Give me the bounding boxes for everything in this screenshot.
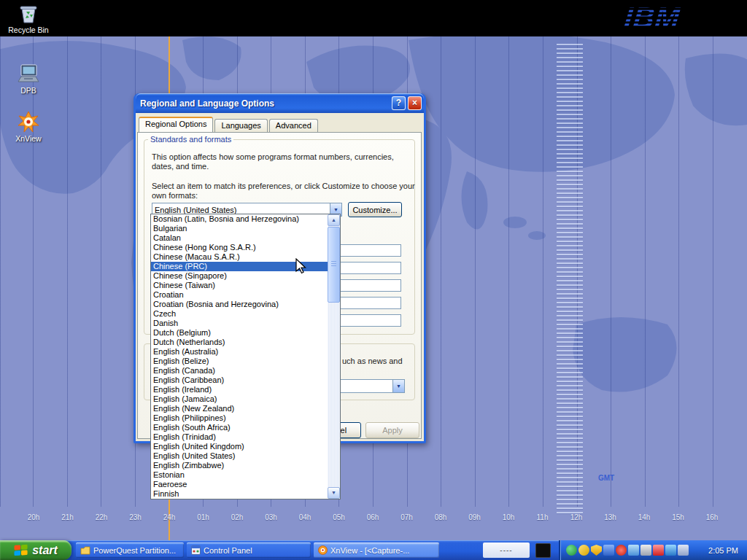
dialog-titlebar[interactable]: Regional and Language Options ? × bbox=[136, 93, 424, 113]
desktop-icon-label: DPB bbox=[20, 86, 36, 95]
format-instruction-text: Select an item to match its preferences,… bbox=[152, 182, 418, 201]
format-description-text: This option affects how some programs fo… bbox=[152, 152, 407, 171]
tray-icon[interactable] bbox=[665, 545, 676, 556]
hour-label: 09h bbox=[465, 513, 484, 521]
dropdown-item[interactable]: Bulgarian bbox=[151, 224, 328, 233]
tray-icon[interactable] bbox=[578, 545, 589, 556]
laptop-icon bbox=[17, 63, 40, 85]
hour-label: 15h bbox=[669, 513, 688, 521]
tray-icon[interactable] bbox=[603, 545, 614, 556]
hour-label: 05h bbox=[330, 513, 349, 521]
hour-label: 03h bbox=[262, 513, 281, 521]
tray-icon[interactable] bbox=[591, 545, 602, 556]
tray-icon[interactable] bbox=[628, 545, 639, 556]
tab-languages[interactable]: Languages bbox=[214, 119, 267, 132]
close-button[interactable]: × bbox=[408, 96, 422, 110]
gmt-label: GMT bbox=[598, 474, 614, 482]
dropdown-item[interactable]: Estonian bbox=[151, 470, 328, 480]
task-label: PowerQuest Partition... bbox=[93, 546, 176, 555]
dropdown-item[interactable]: English (Jamaica) bbox=[151, 394, 328, 404]
hour-label: 10h bbox=[499, 513, 518, 521]
dropdown-scrollbar[interactable]: ▲ ▼ bbox=[328, 214, 340, 499]
hour-label: 23h bbox=[126, 513, 145, 521]
dropdown-item[interactable]: English (Canada) bbox=[151, 366, 328, 376]
hour-label: 16h bbox=[703, 513, 721, 521]
taskbar-task-xnview[interactable]: XnView - [<Capture-... bbox=[314, 542, 439, 558]
tray-icon[interactable] bbox=[678, 545, 689, 556]
start-button[interactable]: start bbox=[0, 540, 71, 560]
hour-label: 21h bbox=[58, 513, 77, 521]
hour-labels-row: 20h21h22h23h24h01h02h03h04h05h06h07h08h0… bbox=[24, 513, 721, 521]
dropdown-item[interactable]: Dutch (Belgium) bbox=[151, 328, 328, 338]
scroll-down-icon[interactable]: ▼ bbox=[328, 487, 340, 499]
dropdown-item[interactable]: Faeroese bbox=[151, 480, 328, 489]
dropdown-item[interactable]: English (Trinidad) bbox=[151, 432, 328, 442]
start-label: start bbox=[32, 544, 58, 557]
desktop-icon-label: Recycle Bin bbox=[8, 26, 48, 34]
desktop-icon-recycle-bin[interactable]: Recycle Bin bbox=[7, 2, 50, 34]
group-title: Standards and formats bbox=[148, 135, 233, 144]
dropdown-item[interactable]: English (United States) bbox=[151, 451, 328, 461]
desktop-icon-xnview[interactable]: XnView bbox=[7, 111, 50, 143]
hour-label: 07h bbox=[398, 513, 417, 521]
tray-icon[interactable] bbox=[653, 545, 664, 556]
dropdown-item[interactable]: English (Ireland) bbox=[151, 385, 328, 394]
dropdown-items: Bosnian (Latin, Bosnia and Herzegovina)B… bbox=[151, 214, 328, 499]
dropdown-item[interactable]: Chinese (Taiwan) bbox=[151, 281, 328, 290]
dropdown-item[interactable]: English (South Africa) bbox=[151, 423, 328, 432]
task-label: Control Panel bbox=[204, 546, 252, 555]
xnview-task-icon bbox=[318, 545, 328, 555]
desktop-icon-dpb[interactable]: DPB bbox=[7, 63, 50, 95]
tray-icon[interactable] bbox=[566, 545, 577, 556]
taskbar-dark-icon[interactable] bbox=[535, 543, 551, 558]
system-tray: 2:05 PM bbox=[559, 540, 747, 560]
dropdown-item[interactable]: English (Australia) bbox=[151, 347, 328, 357]
tray-icon[interactable] bbox=[640, 545, 651, 556]
customize-button[interactable]: Customize... bbox=[348, 202, 402, 217]
hour-label: 20h bbox=[24, 513, 43, 521]
scroll-up-icon[interactable]: ▲ bbox=[328, 214, 340, 226]
help-button[interactable]: ? bbox=[392, 96, 406, 110]
windows-flag-icon bbox=[14, 544, 28, 556]
dropdown-item[interactable]: English (New Zealand) bbox=[151, 404, 328, 413]
control-panel-icon bbox=[191, 545, 201, 555]
taskbar-clock: 2:05 PM bbox=[708, 546, 747, 555]
taskbar-overflow-button[interactable]: ---- bbox=[483, 542, 530, 558]
scrollbar-thumb[interactable] bbox=[328, 227, 340, 303]
hour-label: 14h bbox=[635, 513, 654, 521]
task-label: XnView - [<Capture-... bbox=[330, 546, 409, 555]
chevron-down-icon[interactable]: ▼ bbox=[392, 380, 404, 392]
dropdown-item[interactable]: Croatian bbox=[151, 290, 328, 300]
hour-label: 04h bbox=[295, 513, 314, 521]
dropdown-item[interactable]: Bosnian (Latin, Bosnia and Herzegovina) bbox=[151, 214, 328, 224]
dropdown-item[interactable]: English (Zimbabwe) bbox=[151, 461, 328, 470]
dropdown-item[interactable]: Dutch (Netherlands) bbox=[151, 338, 328, 347]
tray-icon[interactable] bbox=[616, 545, 627, 556]
dropdown-item[interactable]: English (Belize) bbox=[151, 357, 328, 366]
dropdown-item[interactable]: Croatian (Bosnia and Herzegovina) bbox=[151, 300, 328, 309]
dropdown-item[interactable]: English (United Kingdom) bbox=[151, 442, 328, 451]
hour-label: 24h bbox=[160, 513, 179, 521]
hour-label: 13h bbox=[601, 513, 620, 521]
dropdown-item[interactable]: Catalan bbox=[151, 233, 328, 243]
dropdown-item[interactable]: English (Philippines) bbox=[151, 413, 328, 423]
mouse-cursor bbox=[295, 258, 310, 275]
taskbar-task-control-panel[interactable]: Control Panel bbox=[187, 542, 311, 558]
tab-regional-options[interactable]: Regional Options bbox=[139, 117, 213, 132]
hour-label: 12h bbox=[567, 513, 586, 521]
dropdown-item[interactable]: Danish bbox=[151, 319, 328, 328]
dropdown-item[interactable]: English (Caribbean) bbox=[151, 376, 328, 385]
recycle-bin-icon bbox=[18, 2, 39, 24]
tab-advanced[interactable]: Advanced bbox=[269, 119, 318, 132]
ibm-logo: IBM bbox=[622, 1, 681, 34]
wallpaper-top-band: IBM bbox=[0, 0, 747, 36]
dropdown-item[interactable]: Czech bbox=[151, 309, 328, 319]
combobox-value: English (United States) bbox=[155, 206, 237, 214]
taskbar-task-powerquest[interactable]: PowerQuest Partition... bbox=[76, 542, 184, 558]
language-dropdown-list: Bosnian (Latin, Bosnia and Herzegovina)B… bbox=[150, 214, 341, 499]
tray-icons bbox=[566, 545, 689, 556]
dropdown-item[interactable]: Chinese (Hong Kong S.A.R.) bbox=[151, 243, 328, 252]
dropdown-item[interactable]: Finnish bbox=[151, 489, 328, 499]
location-description-fragment: uch as news and bbox=[342, 357, 403, 365]
hour-label: 11h bbox=[533, 513, 552, 521]
